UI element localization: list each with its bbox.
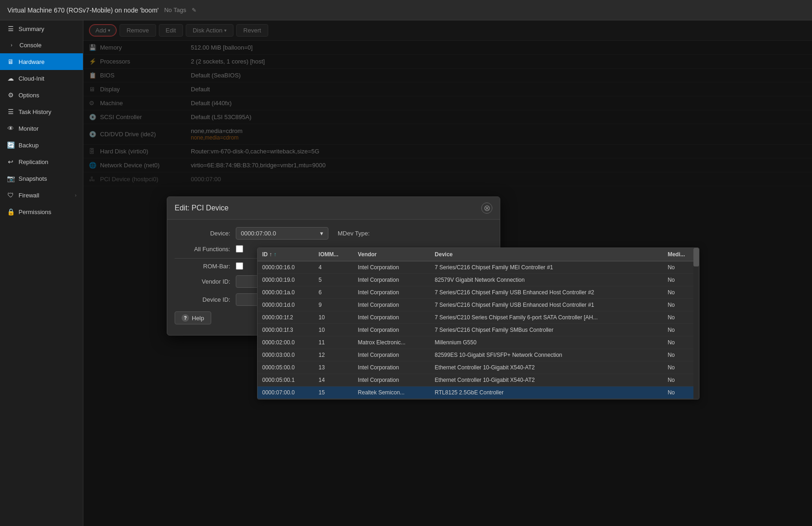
cell-vendor: Intel Corporation xyxy=(353,274,430,286)
edit-tags-icon[interactable]: ✎ xyxy=(192,7,196,13)
pci-device-table-wrapper: ID ↑ IOMM... Vendor Device Medi... 0000:… xyxy=(257,247,699,399)
cell-iommu: 6 xyxy=(314,286,353,299)
sidebar-item-label: Options xyxy=(19,92,39,99)
firewall-icon: 🛡 xyxy=(6,191,15,199)
sidebar-item-firewall[interactable]: 🛡 Firewall › xyxy=(0,187,83,203)
sidebar-item-replication[interactable]: ↩ Replication xyxy=(0,153,83,170)
backup-icon: 🔄 xyxy=(6,141,15,149)
col-iommu[interactable]: IOMM... xyxy=(314,248,353,261)
cell-iommu: 5 xyxy=(314,274,353,286)
table-row[interactable]: 0000:00:1a.0 6 Intel Corporation 7 Serie… xyxy=(258,286,699,299)
tags-label: No Tags xyxy=(164,6,186,13)
sidebar-item-backup[interactable]: 🔄 Backup xyxy=(0,137,83,153)
device-id-label: Device ID: xyxy=(175,296,230,303)
table-row[interactable]: 0000:00:1f.2 10 Intel Corporation 7 Seri… xyxy=(258,311,699,324)
cell-id: 0000:05:00.1 xyxy=(258,374,314,387)
sidebar-item-label: Backup xyxy=(19,142,38,149)
cell-device: 7 Series/C216 Chipset Family MEI Control… xyxy=(430,261,663,274)
cell-iommu: 15 xyxy=(314,387,353,399)
cell-id: 0000:00:16.0 xyxy=(258,261,314,274)
hardware-icon: 🖥 xyxy=(6,58,15,65)
sidebar-item-cloud-init[interactable]: ☁ Cloud-Init xyxy=(0,70,83,87)
cell-id: 0000:00:19.0 xyxy=(258,274,314,286)
vm-title: Virtual Machine 670 (ROSv7-Mobile) on no… xyxy=(7,6,158,14)
chevron-right-icon: › xyxy=(75,193,76,198)
cell-device: 7 Series/C216 Chipset Family SMBus Contr… xyxy=(430,324,663,336)
cell-iommu: 12 xyxy=(314,349,353,361)
cell-vendor: Intel Corporation xyxy=(353,324,430,336)
table-row[interactable]: 0000:02:00.0 11 Matrox Electronic... Mil… xyxy=(258,336,699,349)
device-field-label: Device: xyxy=(175,230,230,237)
sidebar-item-label: Snapshots xyxy=(19,175,47,182)
all-functions-label: All Functions: xyxy=(175,246,230,253)
sidebar-item-monitor[interactable]: 👁 Monitor xyxy=(0,120,83,137)
cell-vendor: Intel Corporation xyxy=(353,361,430,374)
cell-device: Millennium G550 xyxy=(430,336,663,349)
cell-iommu: 11 xyxy=(314,336,353,349)
cell-id: 0000:00:1a.0 xyxy=(258,286,314,299)
sidebar-item-label: Console xyxy=(19,42,42,49)
modal-title: Edit: PCI Device xyxy=(175,204,228,212)
content-area: Add ▾ Remove Edit Disk Action ▾ Revert 💾 xyxy=(83,20,812,526)
cell-iommu: 14 xyxy=(314,374,353,387)
table-row[interactable]: 0000:00:19.0 5 Intel Corporation 82579V … xyxy=(258,274,699,286)
scrollbar-thumb[interactable] xyxy=(693,248,699,266)
title-bar: Virtual Machine 670 (ROSv7-Mobile) on no… xyxy=(0,0,812,20)
device-row: Device: 0000:07:00.0 ▾ MDev Type: xyxy=(175,227,492,240)
rom-bar-checkbox[interactable] xyxy=(236,262,243,270)
sidebar-item-summary[interactable]: ☰ Summary xyxy=(0,20,83,37)
cell-vendor: Intel Corporation xyxy=(353,299,430,311)
help-icon: ? xyxy=(182,314,189,322)
col-vendor[interactable]: Vendor xyxy=(353,248,430,261)
modal-header: Edit: PCI Device ⊗ xyxy=(167,197,500,220)
device-chevron-icon: ▾ xyxy=(320,230,323,237)
sidebar-item-console[interactable]: › Console xyxy=(0,37,83,53)
cell-vendor: Realtek Semicon... xyxy=(353,387,430,399)
help-button[interactable]: ? Help xyxy=(175,311,211,324)
sidebar-item-hardware[interactable]: 🖥 Hardware xyxy=(0,53,83,70)
cell-id: 0000:00:1f.3 xyxy=(258,324,314,336)
table-row[interactable]: 0000:05:00.1 14 Intel Corporation Ethern… xyxy=(258,374,699,387)
replication-icon: ↩ xyxy=(6,158,15,165)
sidebar-item-label: Summary xyxy=(19,25,44,32)
cell-vendor: Intel Corporation xyxy=(353,349,430,361)
sidebar-item-label: Task History xyxy=(19,108,51,115)
device-select[interactable]: 0000:07:00.0 ▾ xyxy=(236,227,328,240)
sidebar-item-label: Replication xyxy=(19,158,48,165)
table-row[interactable]: 0000:00:1f.3 10 Intel Corporation 7 Seri… xyxy=(258,324,699,336)
table-row[interactable]: 0000:00:16.0 4 Intel Corporation 7 Serie… xyxy=(258,261,699,274)
permissions-icon: 🔒 xyxy=(6,208,15,215)
cell-device: 7 Series/C216 Chipset Family USB Enhance… xyxy=(430,299,663,311)
snapshots-icon: 📷 xyxy=(6,175,15,182)
cell-id: 0000:03:00.0 xyxy=(258,349,314,361)
cell-vendor: Matrox Electronic... xyxy=(353,336,430,349)
table-row[interactable]: 0000:03:00.0 12 Intel Corporation 82599E… xyxy=(258,349,699,361)
cell-device: Ethernet Controller 10-Gigabit X540-AT2 xyxy=(430,374,663,387)
cell-device: 82579V Gigabit Network Connection xyxy=(430,274,663,286)
sidebar: ☰ Summary › Console 🖥 Hardware ☁ Cloud-I… xyxy=(0,20,83,526)
cell-id: 0000:05:00.0 xyxy=(258,361,314,374)
modal-close-button[interactable]: ⊗ xyxy=(481,203,492,214)
sidebar-item-label: Monitor xyxy=(19,125,38,132)
cell-id: 0000:00:1d.0 xyxy=(258,299,314,311)
col-device[interactable]: Device xyxy=(430,248,663,261)
sidebar-item-permissions[interactable]: 🔒 Permissions xyxy=(0,203,83,220)
cell-device: Ethernet Controller 10-Gigabit X540-AT2 xyxy=(430,361,663,374)
task-history-icon: ☰ xyxy=(6,108,15,115)
table-row[interactable]: 0000:00:1d.0 9 Intel Corporation 7 Serie… xyxy=(258,299,699,311)
main-layout: ☰ Summary › Console 🖥 Hardware ☁ Cloud-I… xyxy=(0,20,812,526)
table-row[interactable]: 0000:05:00.0 13 Intel Corporation Ethern… xyxy=(258,361,699,374)
sidebar-item-task-history[interactable]: ☰ Task History xyxy=(0,103,83,120)
sidebar-item-options[interactable]: ⚙ Options xyxy=(0,87,83,103)
cell-device: 7 Series/C210 Series Chipset Family 6-po… xyxy=(430,311,663,324)
summary-icon: ☰ xyxy=(6,25,15,32)
cell-vendor: Intel Corporation xyxy=(353,286,430,299)
scrollbar-track[interactable] xyxy=(693,248,699,399)
sidebar-item-label: Permissions xyxy=(19,209,51,215)
device-select-value: 0000:07:00.0 xyxy=(241,230,276,237)
col-id[interactable]: ID ↑ xyxy=(258,248,314,261)
all-functions-checkbox[interactable] xyxy=(236,245,243,253)
sidebar-item-snapshots[interactable]: 📷 Snapshots xyxy=(0,170,83,187)
table-row[interactable]: 0000:07:00.0 15 Realtek Semicon... RTL81… xyxy=(258,387,699,399)
help-label: Help xyxy=(192,315,204,322)
